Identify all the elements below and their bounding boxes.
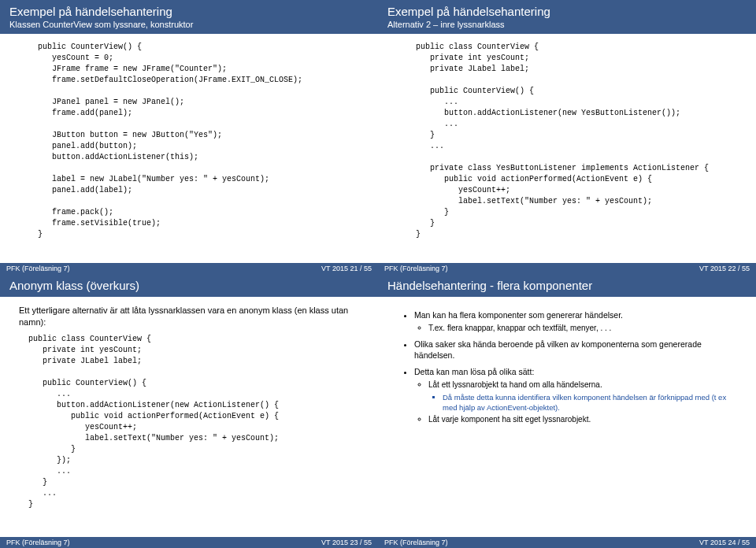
slide-header: Anonym klass (överkurs) — [0, 274, 378, 297]
footer-left: PFK (Föreläsning 7) — [6, 265, 70, 272]
slide-body: Man kan ha flera komponenter som generer… — [378, 297, 756, 548]
bullet-text: Man kan ha flera komponenter som generer… — [414, 310, 623, 320]
bullet-list: Man kan ha flera komponenter som generer… — [397, 309, 737, 425]
slide-footer: PFK (Föreläsning 7) VT 2015 21 / 55 — [0, 263, 378, 274]
sub-item: T.ex. flera knappar, knappar och textfäl… — [428, 323, 737, 334]
code-block: public CounterView() { yesCount = 0; JFr… — [19, 42, 359, 240]
slide-title: Exempel på händelsehantering — [387, 5, 747, 18]
slide-22: Exempel på händelsehantering Alternativ … — [378, 0, 756, 274]
sub-item: Låt varje komponent ha sitt eget lyssnar… — [428, 414, 737, 425]
slide-header: Exempel på händelsehantering Klassen Cou… — [0, 0, 378, 34]
sub-text: Låt ett lyssnarobjekt ta hand om alla hä… — [428, 380, 602, 389]
slide-title: Händelsehantering - flera komponenter — [387, 279, 747, 292]
list-item: Olika saker ska hända beroende på vilken… — [414, 339, 737, 361]
slide-body: public CounterView() { yesCount = 0; JFr… — [0, 34, 378, 274]
intro-text: Ett ytterligare alternativ är att låta l… — [19, 305, 359, 329]
footer-right: VT 2015 24 / 55 — [699, 539, 750, 546]
list-item: Detta kan man lösa på olika sätt: Låt et… — [414, 366, 737, 425]
slide-header: Exempel på händelsehantering Alternativ … — [378, 0, 756, 34]
slide-subtitle: Alternativ 2 – inre lyssnarklass — [387, 20, 747, 29]
footer-left: PFK (Föreläsning 7) — [384, 265, 448, 272]
footer-left: PFK (Föreläsning 7) — [6, 539, 70, 546]
footer-right: VT 2015 21 / 55 — [321, 265, 372, 272]
slide-title: Anonym klass (överkurs) — [9, 279, 369, 292]
slide-24: Händelsehantering - flera komponenter Ma… — [378, 274, 756, 548]
slide-body: public class CounterView { private int y… — [378, 34, 756, 274]
slide-footer: PFK (Föreläsning 7) VT 2015 23 / 55 — [0, 537, 378, 548]
footer-right: VT 2015 23 / 55 — [321, 539, 372, 546]
subsub-item: Då måste detta kunna identifiera vilken … — [443, 392, 737, 413]
list-item: Man kan ha flera komponenter som generer… — [414, 309, 737, 334]
footer-right: VT 2015 22 / 55 — [699, 265, 750, 272]
code-block: public class CounterView { private int y… — [19, 334, 359, 510]
slide-subtitle: Klassen CounterView som lyssnare, konstr… — [9, 20, 369, 29]
slide-footer: PFK (Föreläsning 7) VT 2015 24 / 55 — [378, 537, 756, 548]
sub-item: Låt ett lyssnarobjekt ta hand om alla hä… — [428, 380, 737, 413]
slide-header: Händelsehantering - flera komponenter — [378, 274, 756, 297]
slide-footer: PFK (Föreläsning 7) VT 2015 22 / 55 — [378, 263, 756, 274]
slide-23: Anonym klass (överkurs) Ett ytterligare … — [0, 274, 378, 548]
bullet-text: Detta kan man lösa på olika sätt: — [414, 367, 534, 376]
slide-title: Exempel på händelsehantering — [9, 5, 369, 18]
footer-left: PFK (Föreläsning 7) — [384, 539, 448, 546]
slide-21: Exempel på händelsehantering Klassen Cou… — [0, 0, 378, 274]
code-block: public class CounterView { private int y… — [397, 42, 737, 240]
slide-body: Ett ytterligare alternativ är att låta l… — [0, 297, 378, 548]
